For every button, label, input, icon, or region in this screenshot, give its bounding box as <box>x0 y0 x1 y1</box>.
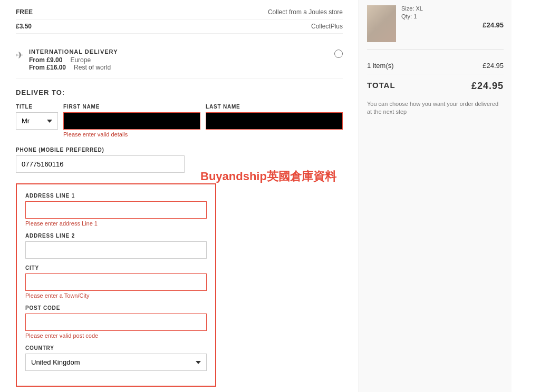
intl-delivery-radio-col[interactable] <box>334 48 343 60</box>
deliver-to-heading: DELIVER TO: <box>16 89 343 96</box>
postcode-input[interactable] <box>25 313 207 331</box>
total-price: £24.95 <box>471 81 504 92</box>
address-block: ADDRESS LINE 1 Please enter address Line… <box>16 183 216 387</box>
country-select[interactable]: United Kingdom United States France Germ… <box>25 354 207 371</box>
order-summary-sidebar: Size: XL Qty: 1 £24.95 1 item(s) £24.95 … <box>359 0 512 392</box>
delivery-options-list: FREE Collect from a Joules store £3.50 C… <box>16 5 343 34</box>
delivery-option-collectplus: £3.50 CollectPlus <box>16 19 343 34</box>
intl-delivery-radio[interactable] <box>334 50 343 58</box>
city-error: Please enter a Town/City <box>25 292 207 299</box>
postcode-field-group: POST CODE Please enter valid post code <box>25 305 207 339</box>
plane-icon: ✈ <box>16 50 24 61</box>
address-line2-input[interactable] <box>25 241 207 259</box>
city-label: CITY <box>25 265 207 271</box>
last-name-input[interactable] <box>206 112 343 130</box>
intl-region-world: Rest of world <box>74 64 111 71</box>
address-line2-group: ADDRESS LINE 2 <box>25 233 207 259</box>
last-name-label: LAST NAME <box>206 104 343 110</box>
phone-label: PHONE (MOBILE PREFERRED) <box>16 147 343 153</box>
first-name-label: FIRST NAME <box>63 104 200 110</box>
product-info: Size: XL Qty: 1 £24.95 <box>401 5 504 42</box>
title-field-group: TITLE Mr Mrs Miss Ms Dr <box>16 104 58 130</box>
intl-delivery-title: INTERNATIONAL DELIVERY <box>29 48 334 55</box>
buyandship-annotation: Buyandship英國倉庫資料 <box>200 169 336 184</box>
city-field-group: CITY Please enter a Town/City <box>25 265 207 299</box>
intl-price-world: From £16.00 <box>29 64 66 71</box>
product-size: Size: XL <box>401 5 504 12</box>
intl-row-europe: From £9.00 Europe <box>29 56 334 64</box>
delivery-method-collectplus: CollectPlus <box>311 23 343 30</box>
postcode-error: Please enter valid post code <box>25 332 207 339</box>
address-line1-label: ADDRESS LINE 1 <box>25 193 207 199</box>
items-row: 1 item(s) £24.95 <box>367 57 504 74</box>
delivery-price-collectplus: £3.50 <box>16 23 37 30</box>
international-delivery-section: ✈ INTERNATIONAL DELIVERY From £9.00 Euro… <box>16 43 343 79</box>
product-price: £24.95 <box>401 21 504 29</box>
sidebar-product: Size: XL Qty: 1 £24.95 <box>367 5 504 50</box>
first-name-error: Please enter valid details <box>63 131 200 138</box>
address-line1-input[interactable] <box>25 201 207 219</box>
title-select[interactable]: Mr Mrs Miss Ms Dr <box>16 112 58 130</box>
product-image <box>367 5 396 42</box>
delivery-price-free: FREE <box>16 8 37 16</box>
address-line1-group: ADDRESS LINE 1 Please enter address Line… <box>25 193 207 227</box>
intl-delivery-details: INTERNATIONAL DELIVERY From £9.00 Europe… <box>29 48 334 71</box>
intl-region-europe: Europe <box>70 56 91 64</box>
country-field-group: COUNTRY United Kingdom United States Fra… <box>25 345 207 371</box>
total-label: TOTAL <box>367 81 396 92</box>
intl-price-europe: From £9.00 <box>29 56 62 64</box>
address-line1-error: Please enter address Line 1 <box>25 220 207 227</box>
delivery-option-free: FREE Collect from a Joules store <box>16 5 343 19</box>
items-price: £24.95 <box>483 62 504 70</box>
product-qty: Qty: 1 <box>401 13 504 19</box>
lastname-field-group: LAST NAME <box>206 104 343 130</box>
firstname-field-group: FIRST NAME Please enter valid details <box>63 104 200 138</box>
first-name-input[interactable] <box>63 112 200 130</box>
phone-input[interactable] <box>16 155 185 173</box>
title-label: TITLE <box>16 104 58 110</box>
country-label: COUNTRY <box>25 345 207 351</box>
name-fields-row: TITLE Mr Mrs Miss Ms Dr FIRST NAME Pleas… <box>16 104 343 144</box>
address-line2-label: ADDRESS LINE 2 <box>25 233 207 239</box>
delivery-note: You can choose how you want your order d… <box>367 100 504 116</box>
product-thumbnail <box>367 5 396 42</box>
delivery-method-free: Collect from a Joules store <box>268 8 343 16</box>
city-input[interactable] <box>25 273 207 291</box>
items-label: 1 item(s) <box>367 62 394 70</box>
intl-row-world: From £16.00 Rest of world <box>29 64 334 71</box>
total-row: TOTAL £24.95 <box>367 74 504 96</box>
postcode-label: POST CODE <box>25 305 207 311</box>
